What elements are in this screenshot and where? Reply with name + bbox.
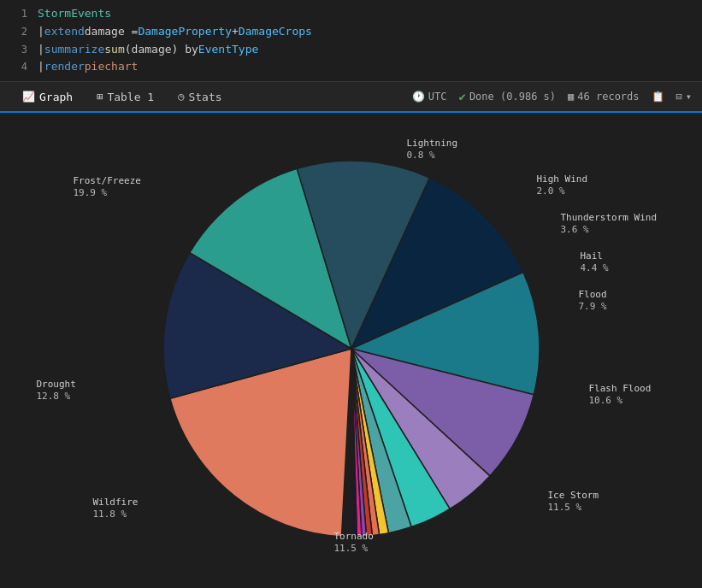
code-line-4: 4 | render piechart	[0, 58, 702, 76]
tab-graph[interactable]: 📈 Graph	[10, 82, 85, 113]
tab-table1[interactable]: ⊞ Table 1	[85, 82, 166, 113]
code-token: summarize	[44, 41, 104, 59]
line-number: 2	[7, 24, 27, 40]
code-token: |	[38, 23, 44, 41]
code-token: |	[38, 41, 44, 59]
code-line-3: 3 | summarize sum (damage) by EventType	[0, 41, 702, 59]
tab-table1-label: Table 1	[107, 91, 154, 103]
pie-chart-svg	[146, 144, 557, 554]
label-drought: Drought 12.8 %	[37, 379, 76, 403]
records-label: 46 records	[577, 91, 639, 103]
code-line-1: 1 StormEvents	[0, 5, 702, 23]
chart-area: Lightning 0.8 % High Wind 2.0 % Thunders…	[0, 113, 702, 585]
done-icon: ✔	[458, 90, 465, 103]
status-bar: 🕐 UTC ✔ Done (0.986 s) ▦ 46 records 📋 ⊟ …	[412, 90, 692, 103]
code-token: damage =	[85, 23, 139, 41]
label-wildfire: Wildfire 11.8 %	[93, 497, 139, 521]
code-token: DamageCrops	[239, 23, 312, 41]
label-thunderstorm-wind: Thunderstorm Wind 3.6 %	[561, 212, 658, 237]
line-number: 3	[7, 42, 27, 58]
line-number: 4	[7, 59, 27, 75]
expand-button[interactable]: ⊟ ▾	[676, 91, 692, 103]
code-token: render	[44, 58, 85, 76]
code-token: StormEvents	[38, 5, 111, 23]
table-icon: ⊞	[97, 91, 103, 103]
label-lightning: Lightning 0.8 %	[407, 138, 458, 162]
label-hail: Hail 4.4 %	[581, 250, 609, 275]
label-tornado: Tornado 11.5 %	[334, 531, 374, 556]
tab-stats[interactable]: ◷ Stats	[166, 82, 233, 113]
label-flash-flood: Flash Flood 10.6 %	[589, 383, 652, 408]
records-icon: ▦	[568, 91, 574, 103]
code-token: +	[232, 23, 239, 41]
label-frost-freeze: Frost/Freeze 19.9 %	[74, 175, 141, 200]
graph-icon: 📈	[22, 91, 35, 103]
status-done-item: ✔ Done (0.986 s)	[458, 90, 556, 103]
label-high-wind: High Wind 2.0 %	[537, 173, 588, 198]
code-token: DamageProperty	[138, 23, 232, 41]
tab-stats-label: Stats	[188, 91, 221, 103]
copy-icon: 📋	[652, 91, 664, 103]
line-number: 1	[7, 6, 27, 22]
code-token: piechart	[85, 58, 139, 76]
records-item: ▦ 46 records	[568, 91, 639, 103]
code-token: extend	[44, 23, 85, 41]
stats-icon: ◷	[178, 91, 184, 103]
status-done-label: Done (0.986 s)	[469, 91, 556, 103]
label-flood: Flood 7.9 %	[579, 289, 607, 314]
code-line-2: 2 | extend damage = DamageProperty + Dam…	[0, 23, 702, 41]
timezone-label: UTC	[428, 91, 447, 103]
code-token: sum	[104, 41, 124, 59]
code-editor: 1 StormEvents 2 | extend damage = Damage…	[0, 0, 702, 82]
code-token: (damage) by	[125, 41, 198, 59]
timezone-item: 🕐 UTC	[412, 91, 447, 103]
label-ice-storm: Ice Storm 11.5 %	[548, 490, 599, 514]
pie-container: Lightning 0.8 % High Wind 2.0 % Thunders…	[18, 131, 685, 567]
copy-button[interactable]: 📋	[652, 91, 664, 103]
tab-graph-label: Graph	[39, 91, 73, 103]
clock-icon: 🕐	[412, 91, 425, 103]
chevron-icon: ▾	[686, 91, 692, 103]
code-token: |	[38, 58, 44, 76]
code-token: EventType	[198, 41, 258, 59]
expand-icon: ⊟	[676, 91, 682, 103]
results-toolbar: 📈 Graph ⊞ Table 1 ◷ Stats 🕐 UTC ✔ Done (…	[0, 82, 702, 113]
